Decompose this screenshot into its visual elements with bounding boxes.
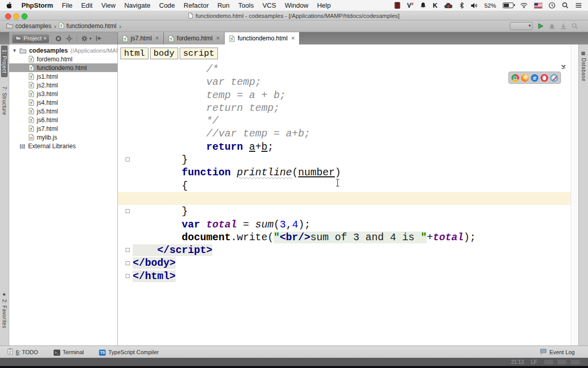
event-log-button[interactable]: Event Log (540, 349, 575, 356)
wifi-icon[interactable] (520, 3, 528, 8)
tree-item-mylib-js[interactable]: JSmylib.js (9, 133, 117, 142)
tab-close-icon[interactable]: × (291, 36, 295, 41)
screen-recorder-icon[interactable] (395, 2, 400, 9)
apple-menu-icon[interactable] (6, 2, 12, 9)
tree-item-js1-html[interactable]: 5js1.html (9, 72, 117, 81)
bottom-bar-6-todo[interactable]: 6: TODO (7, 348, 38, 356)
status-widget[interactable] (544, 360, 553, 364)
status-widget[interactable] (571, 360, 580, 364)
tab-functiondemo-html[interactable]: 5functiondemo.html× (225, 32, 300, 44)
main-toolbar: ▾ (510, 22, 578, 30)
tool-stripe-7-structure[interactable]: 7: Structure (1, 82, 8, 120)
battery-icon[interactable] (503, 3, 513, 9)
safari-icon[interactable] (550, 74, 558, 82)
tool-stripe-2-favorites[interactable]: ★2: Favorites (1, 288, 8, 332)
editor-scrollbar[interactable] (571, 44, 578, 346)
k-app-icon[interactable]: K (433, 2, 437, 9)
clock-icon[interactable] (549, 2, 555, 9)
tab-close-icon[interactable]: × (155, 36, 159, 41)
bottom-bar-typescript-compiler[interactable]: TSTypeScript Compiler (99, 349, 159, 356)
cloud-home-icon[interactable] (444, 3, 453, 9)
menubar-item-edit[interactable]: Edit (81, 2, 92, 9)
fold-marker[interactable] (126, 157, 130, 162)
tree-item-js7-html[interactable]: 5js7.html (9, 124, 117, 133)
run-icon[interactable] (537, 23, 544, 29)
chevron-down-icon: ▾ (528, 22, 531, 29)
firefox-icon[interactable] (521, 74, 529, 82)
battery-percentage[interactable]: 52% (484, 3, 496, 9)
settings-gear-icon[interactable] (81, 35, 88, 42)
menubar-item-phpstorm[interactable]: PhpStorm (21, 2, 53, 9)
window-titlebar[interactable]: functiondemo.html - codesamples - [/Appl… (0, 11, 588, 20)
editor-breadcrumb-script[interactable]: script (180, 48, 218, 59)
editor-breadcrumb-html[interactable]: html (120, 48, 149, 59)
breadcrumb-item-functiondemo-html[interactable]: 5functiondemo.html (59, 22, 116, 30)
tree-item-functiondemo-html[interactable]: 5functiondemo.html (9, 63, 117, 72)
status-strip: 21:13 LF (0, 358, 588, 366)
menubar-item-navigate[interactable]: Navigate (124, 2, 150, 9)
inspections-status-icon[interactable] (560, 63, 567, 72)
status-widget[interactable] (557, 360, 567, 364)
tree-item-js3-html[interactable]: 5js3.html (9, 89, 117, 98)
menubar-item-view[interactable]: View (101, 2, 115, 9)
debug-icon[interactable] (549, 23, 555, 30)
menubar-item-vcs[interactable]: VCS (262, 2, 276, 9)
expand-arrow-icon[interactable]: ▼ (12, 48, 17, 53)
fold-marker[interactable] (126, 209, 130, 213)
scroll-from-source-icon[interactable] (66, 35, 72, 42)
divider (77, 35, 77, 42)
spotlight-icon[interactable] (562, 2, 569, 9)
bluetooth-icon[interactable] (459, 2, 464, 9)
bottom-bar-terminal[interactable]: >_Terminal (54, 349, 84, 356)
breadcrumb-item-codesamples[interactable]: codesamples (6, 22, 52, 30)
tree-item-js6-html[interactable]: 5js6.html (9, 116, 117, 124)
tool-stripe-1-project[interactable]: 1: Project (1, 45, 8, 77)
fold-marker[interactable] (126, 261, 130, 265)
code-line-content: //var temp = a+b; (133, 128, 310, 140)
search-icon[interactable] (572, 23, 578, 29)
code-area[interactable]: /* var temp; temp = a + b; return temp; … (118, 63, 571, 283)
tree-item-js2-html[interactable]: 5js2.html (9, 81, 117, 89)
html-file-icon: 5 (29, 73, 34, 80)
line-separator[interactable]: LF (531, 359, 537, 365)
project-view-select[interactable]: Project ▾ (12, 34, 49, 43)
notification-center-icon[interactable] (575, 3, 582, 8)
volume-icon[interactable] (471, 3, 478, 9)
bell-icon[interactable] (420, 2, 426, 9)
menubar-item-file[interactable]: File (62, 2, 72, 9)
menubar-item-run[interactable]: Run (217, 2, 230, 9)
tab-js7-html[interactable]: 5js7.html× (118, 32, 164, 44)
collapse-all-icon[interactable] (55, 35, 62, 42)
tree-item-js5-html[interactable]: 5js5.html (9, 107, 117, 116)
tab-fordemo-html[interactable]: 5fordemo.html× (164, 32, 225, 44)
tree-item-external-libraries[interactable]: External Libraries (9, 142, 117, 150)
v8-icon[interactable]: V8 (407, 2, 413, 9)
chrome-icon[interactable] (511, 74, 519, 82)
menubar-item-help[interactable]: Help (317, 2, 331, 9)
tab-close-icon[interactable]: × (216, 36, 219, 41)
tool-stripe-database[interactable]: ▦Database (580, 47, 587, 85)
menubar-item-tools[interactable]: Tools (238, 2, 254, 9)
updates-icon[interactable] (560, 23, 567, 29)
fold-marker[interactable] (126, 274, 130, 278)
fold-marker[interactable] (126, 248, 130, 252)
tree-root-label: codesamples (29, 47, 68, 54)
ie-icon[interactable]: e (531, 74, 538, 82)
menubar-item-window[interactable]: Window (285, 2, 308, 9)
menubar-item-code[interactable]: Code (159, 2, 175, 9)
hide-panel-icon[interactable] (95, 35, 102, 41)
caret-position[interactable]: 21:13 (511, 359, 524, 365)
editor-breadcrumb-body[interactable]: body (150, 48, 178, 59)
svg-text:5: 5 (30, 127, 32, 131)
tree-item-js4-html[interactable]: 5js4.html (9, 98, 117, 107)
tree-item-codesamples-root[interactable]: ▼ codesamples (/Applications/MAM (9, 46, 117, 55)
code-line: function printline(number) (118, 166, 571, 179)
menubar-item-refactor[interactable]: Refactor (184, 2, 209, 9)
opera-icon[interactable] (541, 74, 548, 82)
run-configuration-select[interactable]: ▾ (510, 22, 532, 30)
tree-item-fordemo-html[interactable]: 5fordemo.html (9, 55, 117, 63)
project-panel-header: Project ▾ ▾ (9, 32, 118, 44)
keyboard-flag-icon[interactable] (534, 3, 542, 8)
editor[interactable]: htmlbodyscript /* var temp; temp = a + b… (118, 44, 578, 346)
file-icon (188, 13, 193, 19)
